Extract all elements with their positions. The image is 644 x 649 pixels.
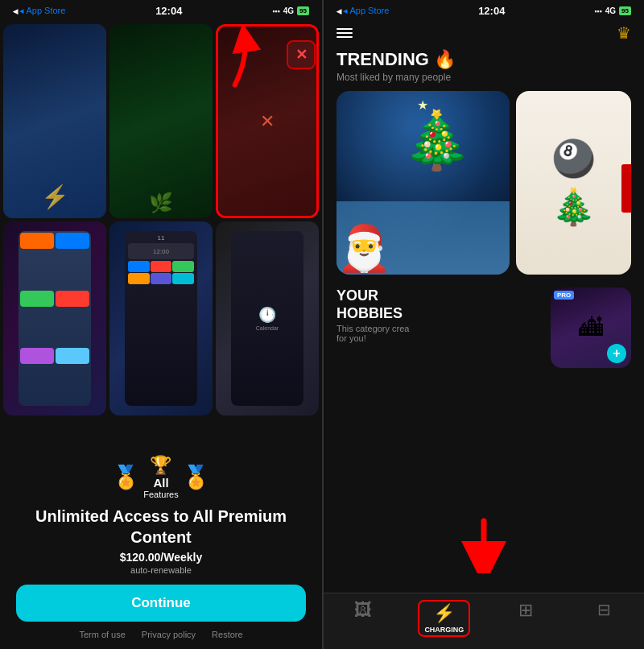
pro-badge: PRO: [554, 291, 574, 300]
app-container: ◂ ◂ App Store 12:04 ▪▪▪ 4G 95 ⚡ 🌿: [0, 0, 644, 649]
xmas-tree: 🎄: [402, 107, 472, 173]
signal-left: ▪▪▪: [272, 7, 280, 15]
mosaic-item-1: ⚡: [3, 24, 106, 218]
trending-card-christmas[interactable]: ★ 🎄 🎅: [336, 91, 510, 275]
tab-widgets[interactable]: ⊞: [502, 600, 550, 623]
trending-subtitle: Most liked by many people: [324, 72, 644, 91]
charging-icon: ⚡: [433, 603, 455, 624]
promo-price: $120.00/Weekly: [120, 551, 203, 564]
network-right: 4G: [605, 6, 616, 15]
mosaic-item-4: [3, 221, 106, 415]
battery-right: 95: [619, 6, 631, 15]
hamburger-line-2: [336, 32, 353, 34]
status-bar-right: ◂ ◂ App Store 12:04 ▪▪▪ 4G 95: [324, 0, 644, 20]
all-features-badge: 🏅 🏆 All Features 🏅: [112, 455, 209, 499]
close-button[interactable]: ✕: [287, 40, 316, 69]
crown-icon[interactable]: ♛: [617, 23, 631, 43]
widgets-icon: ⊞: [518, 600, 533, 621]
hobbies-section: YOUR HOBBIES This category crea for you!…: [324, 284, 644, 371]
promo-renewal: auto-renewable: [130, 565, 192, 575]
phone-mock-1: [19, 231, 91, 406]
promo-section: 🏅 🏆 All Features 🏅 Unlimited Access to A…: [0, 455, 322, 649]
trending-grid: ★ 🎄 🎅 🎱 🎄: [324, 91, 644, 284]
red-arrow-down: [460, 517, 508, 577]
trending-card-ornament[interactable]: 🎱 🎄: [516, 91, 631, 275]
charging-active-box: ⚡ CHARGING: [418, 600, 470, 637]
ornament-ball: 🎱: [551, 138, 596, 180]
tab-charging[interactable]: ⚡ CHARGING: [418, 600, 470, 637]
term-of-use-link[interactable]: Term of use: [79, 630, 125, 639]
laurel-right: 🏅: [182, 464, 210, 490]
tab-bar: 🖼 ⚡ CHARGING ⊞ ⊟: [324, 593, 644, 649]
signal-right: ▪▪▪: [594, 7, 602, 15]
hobbies-card[interactable]: PRO 🏙 +: [551, 287, 631, 368]
tab-apps[interactable]: ⊟: [580, 600, 629, 622]
ornament-tree: 🎄: [551, 186, 596, 228]
xmas-scene: ★ 🎄 🎅: [336, 91, 510, 275]
phone-left: ◂ ◂ App Store 12:04 ▪▪▪ 4G 95 ⚡ 🌿: [0, 0, 322, 649]
battery-left: 95: [297, 6, 309, 15]
plus-button[interactable]: +: [607, 344, 626, 363]
restore-link[interactable]: Restore: [212, 630, 243, 639]
back-icon-left: ◂: [13, 6, 18, 17]
laurel-left: 🏅: [112, 464, 140, 490]
trending-title: TRENDING 🔥: [324, 49, 644, 72]
hobbies-subtitle: This category crea for you!: [336, 324, 543, 343]
hobbies-title: YOUR HOBBIES: [336, 287, 543, 322]
hobbies-text: YOUR HOBBIES This category crea for you!: [336, 287, 543, 343]
status-bar-left: ◂ ◂ App Store 12:04 ▪▪▪ 4G 95: [0, 0, 322, 20]
menu-button[interactable]: [336, 28, 353, 38]
back-nav-right[interactable]: ◂ ◂ App Store: [336, 6, 389, 17]
back-nav-left[interactable]: ◂ ◂ App Store: [13, 6, 65, 17]
status-icons-left: ▪▪▪ 4G 95: [272, 6, 309, 15]
right-header: ♛: [324, 20, 644, 49]
mosaic-item-6: 🕛 Calendar: [216, 221, 319, 415]
time-left: 12:04: [155, 5, 182, 17]
back-icon-right: ◂: [336, 6, 341, 17]
ornament-scene: 🎱 🎄: [516, 91, 631, 275]
footer-links: Term of use Privacy policy Restore: [79, 630, 242, 639]
continue-label: Continue: [131, 595, 191, 611]
apps-icon: ⊟: [597, 600, 611, 619]
badge-features-text: Features: [143, 490, 178, 499]
privacy-policy-link[interactable]: Privacy policy: [142, 630, 196, 639]
hobbies-title-text: YOUR HOBBIES: [336, 287, 402, 321]
time-right: 12:04: [478, 5, 505, 17]
wallpaper-icon: 🖼: [354, 600, 372, 621]
app-store-label-right: ◂ App Store: [343, 6, 389, 16]
laurel-wreath: 🏅 🏆 All Features 🏅: [112, 455, 209, 499]
mosaic-item-5: 11 12:00: [109, 221, 213, 415]
hamburger-line-1: [336, 28, 353, 30]
continue-button[interactable]: Continue: [16, 585, 306, 622]
mosaic-item-2: 🌿: [109, 24, 213, 218]
app-store-label-left: ◂ App Store: [19, 6, 65, 16]
tab-wallpaper[interactable]: 🖼: [339, 600, 387, 623]
hamburger-line-3: [336, 36, 353, 38]
red-strip: [621, 164, 631, 213]
santa-figure: 🎅: [336, 222, 392, 275]
badge-all-text: All: [153, 476, 168, 490]
phone-right: ◂ ◂ App Store 12:04 ▪▪▪ 4G 95 ♛ TRENDING…: [322, 0, 644, 649]
promo-title: Unlimited Access to All Premium Content: [16, 506, 306, 548]
trophy-icon: 🏆: [150, 455, 171, 476]
phone-mock-3: 🕛 Calendar: [231, 231, 303, 406]
close-x-icon: ✕: [295, 46, 308, 64]
charging-label: CHARGING: [424, 626, 464, 634]
phone-mock-2: 11 12:00: [125, 231, 197, 406]
status-icons-right: ▪▪▪ 4G 95: [594, 6, 631, 15]
network-left: 4G: [283, 6, 294, 15]
